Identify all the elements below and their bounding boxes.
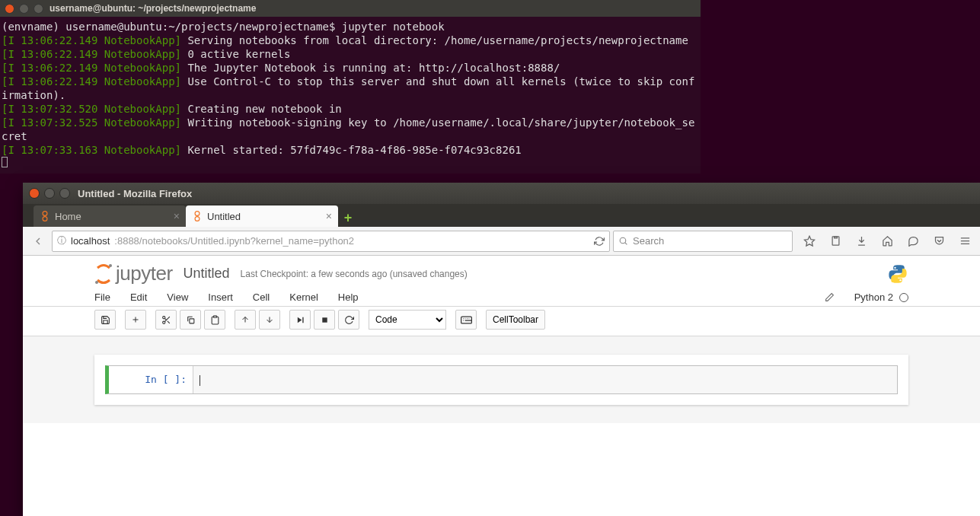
- home-button[interactable]: [876, 231, 898, 252]
- url-bar[interactable]: ⓘ localhost:8888/notebooks/Untitled.ipyn…: [52, 231, 610, 252]
- svg-marker-5: [804, 236, 814, 246]
- copy-button[interactable]: [180, 310, 201, 330]
- search-box[interactable]: Search: [613, 231, 793, 252]
- log-text: Serving notebooks from local directory: …: [181, 34, 688, 46]
- new-tab-button[interactable]: +: [338, 209, 358, 227]
- menu-help[interactable]: Help: [338, 291, 359, 303]
- downloads-button[interactable]: [851, 231, 872, 252]
- svg-point-9: [894, 266, 895, 268]
- svg-point-2: [195, 212, 200, 216]
- firefox-window: Untitled - Mozilla Firefox Home × Untitl…: [23, 183, 980, 516]
- edit-pencil-button[interactable]: [825, 292, 835, 302]
- site-info-icon[interactable]: ⓘ: [57, 234, 66, 247]
- log-text: 0 active kernels: [181, 48, 290, 60]
- log-prefix: [I 13:06:22.149 NotebookApp]: [2, 62, 181, 74]
- menu-edit[interactable]: Edit: [130, 291, 147, 303]
- svg-point-1: [43, 217, 47, 221]
- svg-point-11: [162, 316, 164, 318]
- cell-toolbar-button[interactable]: CellToolbar: [486, 310, 545, 330]
- terminal-minimize-button[interactable]: [19, 4, 29, 14]
- arrow-up-icon: [241, 315, 250, 324]
- log-prefix: [I 13:07:32.525 NotebookApp]: [2, 116, 181, 129]
- menu-insert[interactable]: Insert: [208, 291, 233, 303]
- reload-button[interactable]: [594, 236, 605, 247]
- kernel-status-icon: [899, 293, 908, 302]
- terminal-maximize-button[interactable]: [34, 4, 43, 14]
- jupyter-page: jupyter Untitled Last Checkpoint: a few …: [23, 256, 980, 516]
- library-button[interactable]: [825, 231, 846, 252]
- input-caret: [200, 375, 200, 386]
- svg-rect-15: [322, 317, 327, 322]
- svg-point-7: [109, 264, 112, 267]
- terminal-close-button[interactable]: [5, 4, 14, 14]
- code-input[interactable]: [193, 366, 897, 393]
- jupyter-logo[interactable]: jupyter: [94, 262, 173, 285]
- tab-close-icon[interactable]: ×: [174, 210, 180, 222]
- arrow-down-icon: [265, 315, 274, 324]
- save-button[interactable]: [94, 310, 116, 330]
- terminal-body[interactable]: (envname) username@ubuntu:~/projects/new…: [0, 17, 701, 174]
- tab-strip: Home × Untitled × +: [23, 204, 980, 227]
- tab-untitled[interactable]: Untitled ×: [186, 205, 338, 227]
- jupyter-menubar: File Edit View Insert Cell Kernel Help P…: [23, 288, 980, 307]
- add-cell-button[interactable]: [125, 310, 146, 330]
- menu-view[interactable]: View: [167, 291, 188, 303]
- python-logo: [887, 263, 908, 285]
- chat-button[interactable]: [902, 231, 924, 252]
- menu-file[interactable]: File: [94, 291, 110, 303]
- url-rest: :8888/notebooks/Untitled.ipynb?kernel_na…: [114, 235, 354, 247]
- tab-close-icon[interactable]: ×: [326, 210, 332, 222]
- interrupt-button[interactable]: [314, 310, 335, 330]
- step-forward-icon: [296, 316, 305, 324]
- cell-type-select[interactable]: Code: [369, 310, 446, 330]
- stop-icon: [321, 316, 329, 324]
- back-button[interactable]: [27, 231, 49, 252]
- restart-icon: [344, 315, 354, 325]
- move-down-button[interactable]: [259, 310, 280, 330]
- paste-button[interactable]: [204, 310, 225, 330]
- terminal-cursor: [2, 157, 8, 167]
- terminal-titlebar[interactable]: username@ubuntu: ~/projects/newprojectna…: [0, 0, 701, 17]
- reload-icon: [594, 236, 605, 247]
- svg-point-4: [620, 237, 626, 244]
- prompt-env: (envname): [2, 21, 65, 33]
- move-up-button[interactable]: [235, 310, 256, 330]
- cut-button[interactable]: [155, 310, 177, 330]
- jupyter-icon: [192, 211, 203, 221]
- log-prefix: [I 13:06:22.149 NotebookApp]: [2, 48, 181, 60]
- log-text: Kernel started: 57fd749c-f78a-4f86-985e-…: [181, 144, 522, 156]
- svg-point-0: [43, 212, 47, 216]
- menu-button[interactable]: [954, 231, 975, 252]
- menu-cell[interactable]: Cell: [253, 291, 270, 303]
- restart-button[interactable]: [338, 310, 359, 330]
- svg-point-10: [899, 279, 901, 281]
- notebook-title[interactable]: Untitled: [184, 266, 230, 282]
- menu-kernel[interactable]: Kernel: [289, 291, 318, 303]
- command-palette-button[interactable]: [455, 310, 477, 330]
- cell-prompt: In [ ]:: [109, 366, 193, 393]
- kernel-indicator[interactable]: Python 2: [854, 291, 908, 303]
- bookmark-star-button[interactable]: [799, 231, 820, 252]
- chat-icon: [908, 235, 919, 247]
- svg-point-3: [195, 217, 200, 221]
- firefox-close-button[interactable]: [29, 188, 40, 199]
- tab-home[interactable]: Home ×: [34, 205, 186, 227]
- svg-rect-14: [213, 316, 216, 317]
- pencil-icon: [825, 292, 835, 302]
- run-button[interactable]: [289, 310, 311, 330]
- kernel-name: Python 2: [854, 291, 893, 303]
- save-icon: [101, 315, 110, 325]
- firefox-minimize-button[interactable]: [44, 188, 55, 199]
- svg-rect-13: [189, 318, 193, 323]
- firefox-titlebar[interactable]: Untitled - Mozilla Firefox: [23, 183, 980, 204]
- code-cell[interactable]: In [ ]:: [105, 365, 898, 394]
- firefox-maximize-button[interactable]: [59, 188, 70, 199]
- typed-command: jupyter notebook: [335, 21, 444, 33]
- notebook-paper: In [ ]:: [94, 355, 908, 405]
- paste-icon: [210, 315, 220, 325]
- log-text: Creating new notebook in: [181, 103, 342, 115]
- arrow-left-icon: [32, 235, 44, 247]
- log-prefix: [I 13:07:32.520 NotebookApp]: [2, 103, 181, 115]
- pocket-button[interactable]: [928, 231, 950, 252]
- tab-label: Home: [55, 211, 81, 222]
